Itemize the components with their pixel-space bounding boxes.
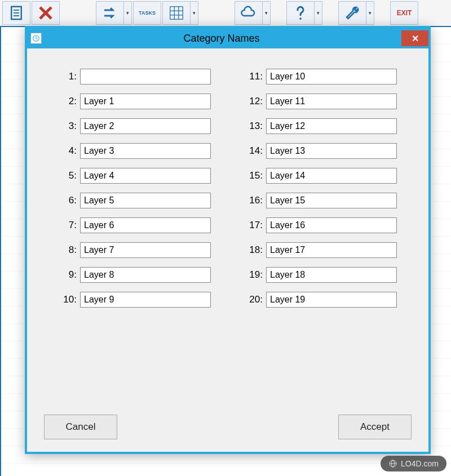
svg-point-11 [299, 17, 302, 20]
category-field-row: 18: [231, 242, 397, 258]
category-field-row: 7: [45, 217, 211, 233]
watermark: LO4D.com [381, 456, 446, 471]
category-field-label: 14: [231, 145, 263, 157]
toolbar-dropdown[interactable]: ▾ [366, 1, 374, 25]
cloud-icon [240, 5, 257, 21]
tasks-label: TASKS [139, 10, 156, 16]
category-name-input[interactable] [266, 69, 397, 84]
toolbar-dropdown[interactable]: ▾ [263, 1, 271, 25]
toolbar-btn-cloud[interactable] [235, 1, 263, 25]
cancel-button[interactable]: Cancel [44, 415, 117, 439]
category-field-row: 12: [231, 94, 397, 109]
dialog-body: 1:2:3:4:5:6:7:8:9:10: 11:12:13:14:15:16:… [27, 48, 428, 452]
delete-x-icon [37, 5, 54, 21]
category-field-label: 2: [45, 96, 77, 107]
category-field-row: 11: [231, 69, 397, 84]
category-field-row: 20: [231, 292, 397, 308]
category-name-input[interactable] [266, 292, 397, 308]
toolbar-btn-tasks[interactable]: TASKS [133, 1, 161, 25]
toolbar-btn-settings[interactable] [338, 1, 366, 25]
category-names-dialog: Category Names ✕ 1:2:3:4:5:6:7:8:9:10: 1… [25, 26, 431, 454]
category-field-label: 9: [45, 269, 77, 281]
category-name-input[interactable] [80, 193, 211, 208]
category-name-input[interactable] [266, 168, 397, 184]
category-field-label: 7: [45, 220, 77, 231]
category-field-row: 4: [45, 143, 211, 159]
category-field-label: 16: [231, 195, 263, 206]
category-name-input[interactable] [80, 168, 211, 184]
category-name-input[interactable] [266, 217, 397, 233]
question-icon [292, 5, 309, 21]
category-name-input[interactable] [80, 143, 211, 159]
accept-button[interactable]: Accept [338, 415, 412, 439]
category-field-label: 12: [231, 96, 263, 107]
document-icon [8, 5, 25, 21]
category-field-row: 15: [231, 168, 397, 184]
category-name-input[interactable] [80, 267, 211, 283]
category-field-row: 19: [231, 267, 397, 283]
category-field-row: 16: [231, 193, 397, 208]
category-field-label: 13: [231, 121, 263, 132]
toolbar-btn-grid[interactable] [162, 1, 191, 25]
category-field-row: 13: [231, 118, 397, 134]
category-field-label: 17: [231, 220, 263, 231]
toolbar-btn-transfer[interactable] [96, 1, 124, 25]
close-icon: ✕ [412, 33, 419, 44]
category-field-row: 9: [45, 267, 211, 283]
toolbar-dropdown[interactable]: ▾ [124, 1, 132, 25]
category-field-row: 14: [231, 143, 397, 159]
toolbar-dropdown[interactable]: ▾ [315, 1, 322, 25]
category-field-label: 3: [45, 121, 77, 132]
category-name-input[interactable] [266, 242, 397, 258]
main-toolbar: ▾ TASKS ▾ ▾ ▾ ▾ EXIT [0, 0, 451, 27]
category-field-label: 15: [231, 170, 263, 181]
category-field-row: 5: [45, 168, 211, 184]
dialog-title: Category Names [42, 33, 401, 45]
category-field-label: 18: [231, 244, 263, 256]
watermark-text: LO4D.com [401, 459, 439, 468]
category-field-row: 10: [45, 292, 211, 308]
category-field-row: 1: [45, 69, 211, 84]
arrows-icon [101, 5, 118, 21]
category-field-label: 5: [45, 170, 77, 181]
category-name-input[interactable] [80, 292, 211, 308]
category-field-label: 6: [45, 195, 77, 206]
category-field-label: 20: [231, 294, 263, 305]
category-name-input[interactable] [80, 69, 211, 84]
category-name-input[interactable] [266, 118, 397, 134]
category-name-input[interactable] [80, 94, 211, 109]
toolbar-btn-help[interactable] [286, 1, 315, 25]
toolbar-btn-delete[interactable] [32, 1, 60, 25]
toolbar-btn-document[interactable] [2, 1, 30, 25]
svg-line-14 [36, 38, 37, 39]
category-field-label: 19: [231, 269, 263, 281]
dialog-titlebar: Category Names ✕ [27, 28, 428, 48]
category-field-row: 3: [45, 118, 211, 134]
category-field-label: 8: [45, 244, 77, 256]
category-field-label: 10: [45, 294, 77, 305]
category-field-label: 1: [45, 71, 77, 82]
category-field-row: 6: [45, 193, 211, 208]
toolbar-btn-exit[interactable]: EXIT [390, 1, 418, 25]
close-button[interactable]: ✕ [401, 30, 428, 46]
category-name-input[interactable] [80, 118, 211, 134]
clock-icon [30, 33, 42, 44]
category-field-label: 11: [231, 71, 263, 82]
grid-icon [168, 5, 185, 21]
category-field-label: 4: [45, 145, 77, 157]
category-field-row: 17: [231, 217, 397, 233]
globe-icon [388, 459, 397, 468]
exit-label: EXIT [397, 9, 412, 17]
toolbar-dropdown[interactable]: ▾ [191, 1, 198, 25]
svg-rect-6 [170, 7, 183, 20]
category-name-input[interactable] [266, 143, 397, 159]
category-field-row: 2: [45, 94, 211, 109]
category-field-row: 8: [45, 242, 211, 258]
category-name-input[interactable] [80, 242, 211, 258]
category-name-input[interactable] [80, 217, 211, 233]
wrench-icon [344, 5, 361, 21]
category-name-input[interactable] [266, 94, 397, 109]
category-name-input[interactable] [266, 193, 397, 208]
category-name-input[interactable] [266, 267, 397, 283]
